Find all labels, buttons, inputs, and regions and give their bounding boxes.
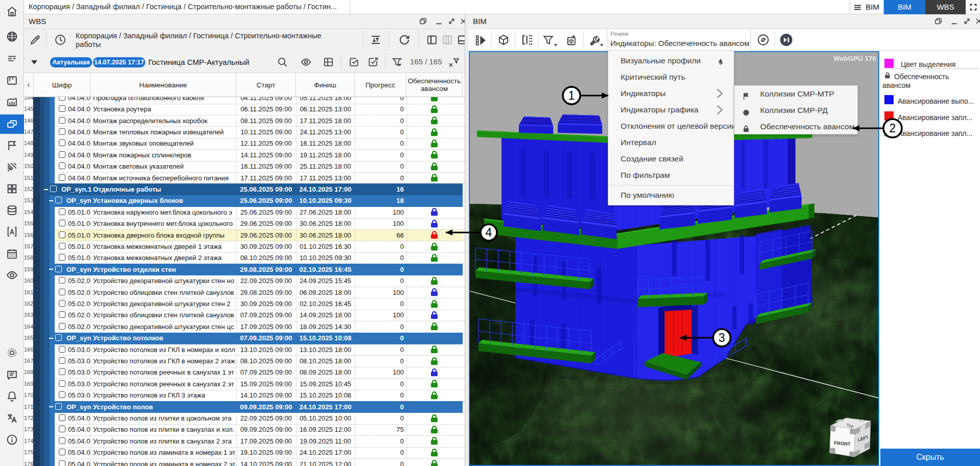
- svg-text:WebGPU 176: WebGPU 176: [833, 55, 876, 62]
- svg-text:FRONT: FRONT: [834, 440, 851, 447]
